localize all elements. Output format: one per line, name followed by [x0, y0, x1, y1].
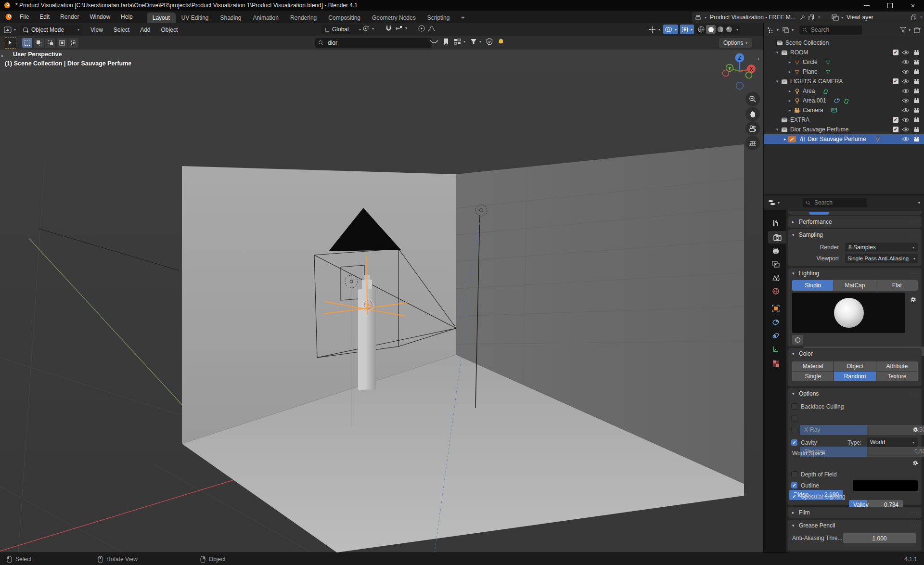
expand-arrow-icon[interactable]: ▸ [786, 60, 793, 64]
workspace-tab-scripting[interactable]: Scripting [422, 13, 456, 23]
aa-threshold-value[interactable]: 1.000 [843, 533, 916, 543]
color-mode-row2[interactable]: Single Random Texture [792, 372, 918, 381]
tab-output[interactable] [767, 244, 784, 257]
scene-canvas[interactable] [0, 50, 763, 552]
eye-icon[interactable] [902, 117, 910, 122]
maximize-button[interactable] [882, 0, 898, 11]
workspace-tab-animation[interactable]: Animation [247, 13, 284, 23]
eye-icon[interactable] [902, 127, 910, 132]
outliner-row-area[interactable]: ▸ Area [764, 86, 924, 96]
toolbar-collapse-arrow[interactable]: ▸ [1, 53, 4, 58]
drag-dots-icon[interactable]: ···· [910, 523, 918, 528]
collapse-arrow-icon[interactable]: ▾ [792, 271, 799, 276]
tab-object-data[interactable] [767, 343, 784, 355]
bell-icon[interactable] [498, 38, 504, 45]
blender-menu-icon[interactable] [5, 13, 13, 21]
menu-file[interactable]: File [14, 11, 34, 23]
xray-slider[interactable]: X-Ray 0.500 [800, 425, 924, 435]
pin-icon[interactable] [800, 15, 805, 20]
outliner-row-room[interactable]: ▾ ROOM ✓ [764, 48, 924, 57]
workspace-tab-shading[interactable]: Shading [215, 13, 247, 23]
outliner-filter-button[interactable]: ▾ [900, 27, 911, 33]
eye-icon[interactable] [902, 69, 910, 74]
color-object-button[interactable]: Object [834, 361, 875, 371]
viewport-3d[interactable]: ▾ Object Mode ▾ View Select Add Object G… [0, 23, 763, 552]
gear-icon[interactable] [909, 295, 917, 304]
tab-physics[interactable] [767, 329, 784, 342]
proportional-edit-buttons[interactable] [418, 25, 436, 32]
menu-render[interactable]: Render [55, 11, 84, 23]
lighting-type-tabs[interactable]: Studio MatCap Flat [792, 280, 918, 291]
gear-icon[interactable] [911, 459, 919, 467]
zoom-button[interactable] [745, 92, 760, 106]
scene-selector[interactable]: ▾ Product Visualization - FREE M... × [692, 12, 832, 23]
view-layer-selector[interactable]: ▾ ViewLayer × [829, 12, 924, 23]
workspace-tab-rendering[interactable]: Rendering [284, 13, 322, 23]
expand-arrow-icon[interactable]: ▾ [774, 79, 781, 84]
color-mode-row1[interactable]: Material Object Attribute [792, 361, 918, 371]
pan-button[interactable] [745, 107, 760, 121]
tab-constraints[interactable] [767, 316, 784, 328]
color-single-button[interactable]: Single [792, 372, 834, 381]
collection-checkbox[interactable]: ✓ [893, 117, 898, 123]
minimize-button[interactable]: — [859, 0, 875, 11]
select-mode-buttons[interactable] [22, 38, 78, 48]
workspace-tab-layout[interactable]: Layout [147, 13, 176, 23]
gizmo-minus-x-axis[interactable] [723, 70, 729, 77]
add-workspace-button[interactable]: + [455, 13, 470, 23]
transform-orientation-dropdown[interactable]: Global ▾ [321, 25, 364, 34]
new-collection-button[interactable] [914, 27, 921, 33]
show-overlays-toggle[interactable]: ▾ [663, 25, 678, 34]
wireframe-shading-icon[interactable] [697, 26, 705, 33]
snap-buttons[interactable]: ▾ [385, 25, 407, 32]
pivot-point-button[interactable]: ▾ [362, 25, 374, 32]
color-texture-button[interactable]: Texture [876, 372, 918, 381]
camera-visibility-icon[interactable] [913, 88, 920, 94]
editor-type-button[interactable]: ▾ [767, 27, 779, 33]
tab-render-active[interactable] [768, 231, 786, 244]
remove-view-layer-icon[interactable]: × [920, 14, 923, 21]
workspace-tab-compositing[interactable]: Compositing [322, 13, 366, 23]
gear-icon[interactable] [911, 426, 919, 434]
solid-shading-button-active[interactable] [706, 25, 716, 34]
eye-icon[interactable] [902, 108, 910, 113]
eye-icon[interactable] [902, 89, 910, 93]
expand-arrow-icon[interactable]: ▸ [786, 69, 793, 74]
gizmo-minus-z-axis[interactable] [736, 82, 744, 90]
eye-icon[interactable] [902, 137, 910, 141]
properties-search[interactable] [803, 198, 867, 207]
tab-matcap[interactable]: MatCap [834, 280, 875, 291]
eye-icon[interactable] [902, 79, 910, 84]
tab-view-layer[interactable] [767, 258, 784, 270]
display-mode-button[interactable]: ▾ [783, 27, 794, 33]
drag-dots-icon[interactable]: ···· [910, 391, 918, 396]
rendered-shading-icon[interactable] [725, 26, 733, 33]
chevron-down-icon[interactable]: ▾ [918, 200, 920, 205]
outliner-row-dior-collection[interactable]: ▾ Dior Sauvage Perfume ✓ [764, 125, 924, 134]
collapse-arrow-icon[interactable]: ▸ [792, 510, 799, 515]
editor-type-button[interactable]: ▾ [768, 199, 780, 206]
cavity-checkbox[interactable]: ✓ [791, 439, 797, 446]
expand-arrow-icon[interactable]: ▸ [786, 89, 793, 93]
expand-arrow-icon[interactable]: ▾ [774, 127, 781, 132]
color-attribute-button[interactable]: Attribute [876, 361, 918, 371]
add-menu[interactable]: Add [135, 24, 155, 36]
navigation-gizmo[interactable]: Z Y X [720, 52, 759, 91]
specular-checkbox[interactable]: ✓ [791, 493, 797, 500]
cavity-type-dropdown[interactable]: World▾ [867, 437, 918, 447]
workspace-tab-uv-editing[interactable]: UV Editing [176, 13, 215, 23]
shadow-checkbox[interactable] [791, 427, 797, 433]
properties-search-input[interactable] [813, 199, 864, 206]
expand-arrow-icon[interactable]: ▸ [782, 137, 788, 141]
outliner-row-scene-collection[interactable]: Scene Collection [764, 38, 924, 48]
panel-options[interactable]: ▾ Options···· Backface Culling X-Ray 0.5… [788, 388, 922, 505]
select-mode-subtract[interactable] [45, 38, 55, 48]
active-tool-select-box[interactable] [4, 37, 16, 49]
outline-color-swatch[interactable] [853, 480, 918, 491]
collection-visibility-button[interactable]: ▾ [454, 39, 465, 45]
new-scene-icon[interactable] [808, 14, 814, 20]
outliner-row-circle[interactable]: ▸ ▽ Circle ▽ [764, 57, 924, 67]
render-samples-dropdown[interactable]: 8 Samples▾ [845, 243, 918, 252]
select-mode-extend[interactable] [34, 38, 44, 48]
outliner-row-extra[interactable]: EXTRA ✓ [764, 115, 924, 125]
